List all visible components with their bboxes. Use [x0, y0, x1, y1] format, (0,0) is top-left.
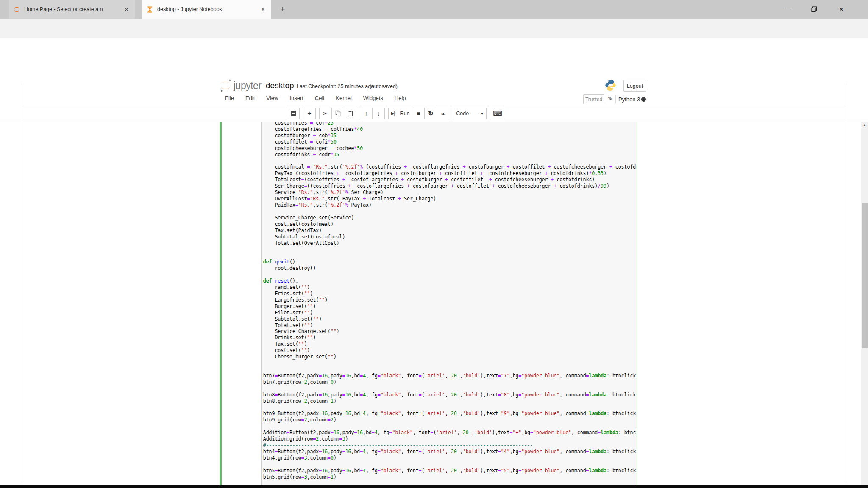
- move-cell-up-button[interactable]: ↑: [360, 108, 373, 119]
- code-line: Filet.set(""): [263, 310, 637, 316]
- code-line: def reset():: [263, 278, 637, 284]
- menu-item-edit[interactable]: Edit: [245, 95, 255, 101]
- page-scrollbar[interactable]: ▲ ▼: [861, 122, 868, 488]
- window-close-button[interactable]: ✕: [832, 0, 851, 19]
- code-line: [263, 404, 637, 410]
- menu-item-insert[interactable]: Insert: [289, 95, 303, 101]
- cut-cells-icon: ✂: [323, 110, 328, 117]
- code-line: btn8=Button(f2,padx=16,pady=16,bd=4, fg=…: [263, 392, 637, 398]
- code-line: #---------------------------------------…: [263, 442, 637, 449]
- kernel-busy-indicator: [641, 97, 646, 102]
- code-line: root.destroy(): [263, 265, 637, 272]
- code-line: Ser_Charge=((costoffries + costoflargefr…: [263, 183, 637, 189]
- code-line: Addition=Button(f2,padx=16,pady=16,bd=4,…: [263, 430, 637, 436]
- logout-button[interactable]: Logout: [623, 80, 646, 92]
- jupyter-wordmark[interactable]: jupyter: [234, 80, 262, 92]
- code-line: [263, 360, 637, 366]
- add-cell-button[interactable]: +: [303, 108, 316, 119]
- menu-item-file[interactable]: File: [225, 95, 234, 101]
- run-cell-icon: ▶▏: [391, 111, 398, 116]
- code-line: costoffries = cof*25: [263, 122, 637, 126]
- save-notebook-button[interactable]: [287, 108, 300, 119]
- copy-cells-button[interactable]: [331, 108, 344, 119]
- menu-item-kernel[interactable]: Kernel: [336, 95, 352, 101]
- code-line: Subtotal.set(costofmeal): [263, 234, 637, 240]
- jupyter-page: jupyter desktop Last Checkpoint: 25 minu…: [0, 38, 868, 485]
- kernel-name: Python 3: [618, 96, 640, 103]
- jupyter-logo-icon: [219, 79, 232, 92]
- code-line: Total.set(OverAllCost): [263, 240, 637, 247]
- browser-address-bar: ← → ↻ ⓘ localhost:8888/notebooks/desktop…: [0, 19, 868, 38]
- jupyter-logo-icon: [13, 6, 20, 13]
- cell-type-select[interactable]: Code▾: [453, 108, 487, 119]
- interrupt-kernel-button[interactable]: ■: [412, 108, 425, 119]
- window-minimize-button[interactable]: —: [778, 0, 798, 19]
- notebook-toolbar: +✂↑↓▶▏Run■↻▸▸Code▾⌨: [287, 108, 505, 119]
- restart-kernel-button[interactable]: ↻: [424, 108, 437, 119]
- chevron-down-icon: ▾: [481, 111, 483, 116]
- code-line: btn7.grid(row=2,column=0): [263, 379, 637, 385]
- code-line: btn4.grid(row=3,column=0): [263, 455, 637, 461]
- autosave-status: (autosaved): [370, 83, 398, 89]
- code-line: costofcheeseburger = cochee*50: [263, 145, 637, 152]
- code-line: btn9.grid(row=2,column=2): [263, 417, 637, 423]
- new-tab-button[interactable]: +: [276, 3, 289, 15]
- code-line: [263, 461, 637, 468]
- browser-tab-bar: Home Page - Select or create a n ✕ deskt…: [0, 0, 868, 19]
- code-line: costoflargefries = colfries*40: [263, 126, 637, 133]
- tab-title: desktop - Jupyter Notebook: [157, 6, 256, 12]
- code-line: [263, 158, 637, 164]
- code-line: Burger.set(""): [263, 303, 637, 310]
- notebook-scroll-area[interactable]: costoffries = cof*25 costoflargefries = …: [0, 122, 861, 488]
- code-line: Tax.set(PaidTax): [263, 227, 637, 234]
- run-label: Run: [400, 111, 409, 116]
- code-line: costofdrinks = codr*35: [263, 152, 637, 158]
- command-palette-button[interactable]: ⌨: [490, 108, 505, 119]
- tab-title: Home Page - Select or create a n: [24, 6, 119, 12]
- code-line: btn8.grid(row=2,column=1): [263, 398, 637, 405]
- trusted-badge[interactable]: Trusted: [583, 94, 604, 104]
- code-line: [263, 252, 637, 259]
- tab-close-icon[interactable]: ✕: [122, 6, 131, 14]
- kernel-divider: [615, 95, 616, 103]
- screen-bottom-bar: [0, 485, 868, 488]
- code-line: def qexit():: [263, 259, 637, 265]
- code-editor[interactable]: costoffries = cof*25 costoflargefries = …: [261, 122, 637, 488]
- tab-home-page[interactable]: Home Page - Select or create a n ✕: [9, 0, 135, 19]
- cell-prompt-area: [222, 122, 261, 488]
- restart-run-all-icon: ▸▸: [442, 110, 445, 116]
- code-line: Service="Rs.",str('%.2f'% Ser_Charge): [263, 189, 637, 196]
- edit-title-icon[interactable]: ✎: [608, 95, 612, 102]
- scroll-up-arrow-icon[interactable]: ▲: [861, 123, 868, 127]
- code-line: costofburger = cob*35: [263, 133, 637, 139]
- code-line: Drinks.set(""): [263, 335, 637, 341]
- notebook-menubar: FileEditViewInsertCellKernelWidgetsHelp: [225, 95, 406, 101]
- menu-item-help[interactable]: Help: [395, 95, 406, 101]
- code-line: [263, 208, 637, 215]
- code-line: cost.set(costofmeal): [263, 221, 637, 227]
- code-line: [263, 246, 637, 252]
- code-line: OverAllCost="Rs.",str( PayTax + Totalcos…: [263, 196, 637, 202]
- restart-run-all-button[interactable]: ▸▸: [437, 108, 449, 119]
- window-restore-button[interactable]: [804, 0, 824, 19]
- hourglass-icon: [146, 6, 153, 13]
- menu-item-widgets[interactable]: Widgets: [363, 95, 383, 101]
- scrollbar-thumb[interactable]: [862, 203, 868, 348]
- paste-cells-button[interactable]: [344, 108, 356, 119]
- command-palette-icon: ⌨: [493, 110, 502, 117]
- move-cell-down-button[interactable]: ↓: [372, 108, 385, 119]
- tab-close-icon[interactable]: ✕: [259, 6, 267, 14]
- notebook-title[interactable]: desktop: [266, 81, 294, 90]
- code-line: btn5.grid(row=3,column=1): [263, 474, 637, 480]
- menu-item-cell[interactable]: Cell: [315, 95, 324, 101]
- code-line: rand.set(""): [263, 284, 637, 291]
- code-cell[interactable]: costoffries = cof*25 costoflargefries = …: [220, 122, 637, 488]
- run-button[interactable]: ▶▏Run: [388, 108, 412, 119]
- menu-item-view[interactable]: View: [266, 95, 278, 101]
- cut-cells-button[interactable]: ✂: [319, 108, 332, 119]
- browser-window: Home Page - Select or create a n ✕ deskt…: [0, 0, 868, 488]
- restore-window-icon: [811, 6, 817, 12]
- code-line: PayTax=((costoffries + costoflargefries …: [263, 170, 637, 177]
- code-line: [263, 366, 637, 373]
- tab-desktop-notebook[interactable]: desktop - Jupyter Notebook ✕: [142, 0, 271, 19]
